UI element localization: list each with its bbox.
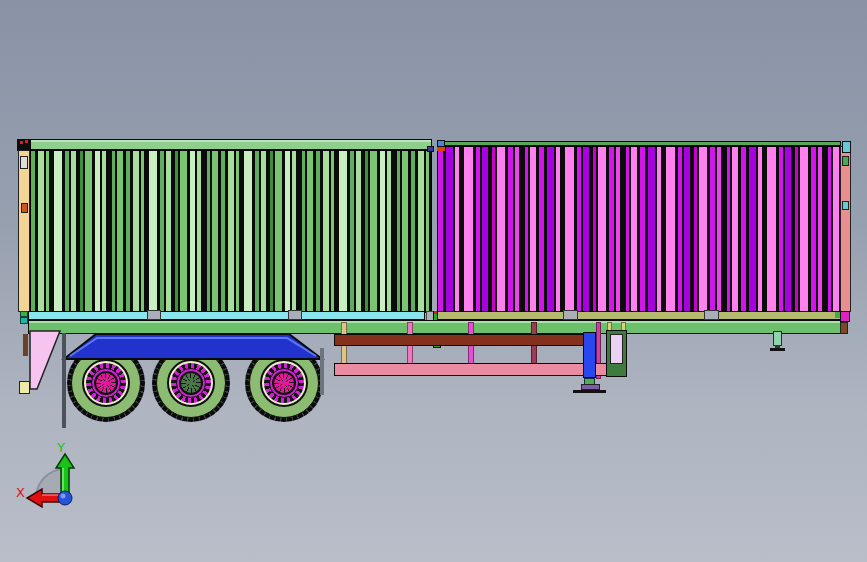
axis-y-label: Y [56, 440, 65, 455]
cad-viewport: X Y [0, 0, 867, 562]
axis-x-label: X [16, 485, 25, 500]
axis-triad: X Y [0, 0, 867, 562]
axis-origin-highlight [61, 494, 66, 499]
axis-origin-sphere [58, 491, 72, 505]
